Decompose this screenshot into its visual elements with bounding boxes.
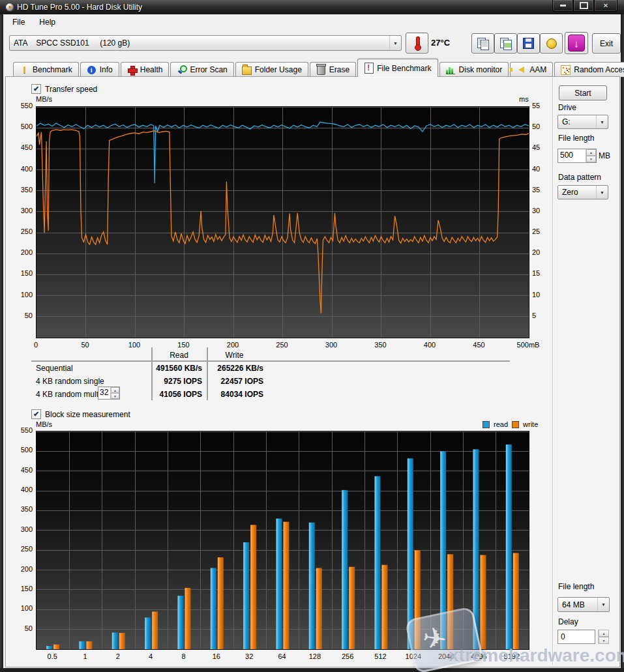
sequential-write-value: 265226 KB/s	[210, 364, 263, 373]
exit-button[interactable]: Exit	[592, 33, 621, 53]
chart1-y2-axis-label: ms	[519, 95, 529, 103]
copy-text-icon	[477, 38, 489, 50]
axis-tick-label: 100	[13, 291, 33, 299]
spin-down-icon[interactable]: ▼	[111, 393, 119, 399]
axis-tick-label: 64	[278, 652, 286, 660]
window-controls: ✕	[552, 0, 617, 12]
start-button[interactable]: Start	[559, 85, 607, 100]
axis-tick-label: 450	[473, 341, 484, 349]
file-length-spinbox[interactable]: 500 ▲▼	[557, 149, 597, 163]
chevron-down-icon[interactable]: ▼	[596, 186, 608, 199]
spin-up-icon[interactable]: ▲	[111, 387, 119, 393]
exit-button-label: Exit	[600, 39, 613, 48]
file-length-spinner: ▲▼	[586, 149, 596, 162]
minimize-icon	[560, 5, 566, 7]
axis-tick-label: 45	[532, 143, 540, 151]
close-icon: ✕	[603, 2, 608, 9]
tab-erase[interactable]: Erase	[310, 62, 356, 77]
tab-file-benchmark[interactable]: File Benchmark	[357, 59, 438, 77]
axis-tick-label: 450	[13, 143, 33, 151]
chevron-down-icon[interactable]: ▼	[597, 598, 609, 611]
window-border-right	[621, 14, 624, 672]
axis-tick-label: 200	[227, 341, 239, 349]
legend-write-label: write	[523, 420, 538, 428]
drive-combobox[interactable]: G: ▼	[557, 115, 608, 129]
app-icon	[5, 3, 14, 12]
download-button[interactable]: ↓	[565, 32, 588, 54]
results-column-divider	[207, 347, 208, 400]
random-multi-read-value: 41056 IOPS	[150, 390, 202, 399]
temperature-value: 27°C	[431, 38, 450, 48]
tab-error-scan[interactable]: Error Scan	[170, 62, 233, 77]
results-row-label: 4 KB random single	[36, 377, 104, 386]
spin-up-icon[interactable]: ▲	[599, 630, 609, 637]
tab-info[interactable]: iInfo	[80, 62, 119, 77]
block-size-checkbox[interactable]: ✔	[31, 409, 41, 419]
chevron-down-icon[interactable]: ▼	[389, 36, 401, 50]
tab-aam[interactable]: AAM	[510, 62, 553, 77]
axis-tick-label: 30	[532, 207, 540, 214]
axis-tick-label: 55	[532, 102, 540, 110]
axis-tick-label: 40	[532, 165, 540, 173]
axis-tick-label: 250	[13, 545, 33, 553]
queue-depth-spinner: ▲▼	[110, 387, 119, 399]
axis-tick-label: 8	[181, 652, 185, 660]
data-pattern-combobox[interactable]: Zero ▼	[557, 185, 608, 199]
copy-text-button[interactable]	[471, 33, 494, 53]
app-window: HD Tune Pro 5.00 - Hard Disk Utility ✕ F…	[0, 0, 624, 672]
random-single-read-value: 9275 IOPS	[150, 377, 202, 386]
chevron-down-icon[interactable]: ▼	[596, 115, 608, 128]
menu-file[interactable]: File	[7, 16, 30, 28]
options-button[interactable]	[540, 33, 563, 53]
results-header-divider	[31, 360, 510, 362]
spin-down-icon[interactable]: ▼	[599, 637, 609, 644]
axis-tick-label: 300	[13, 525, 33, 533]
transfer-speed-checkbox[interactable]: ✔	[31, 84, 41, 94]
axis-tick-label: 4	[149, 652, 153, 660]
axis-tick-label: 200	[13, 565, 33, 573]
axis-tick-label: 25	[532, 227, 540, 235]
delay-input[interactable]: 0	[557, 630, 595, 644]
disk-monitor-icon	[446, 65, 456, 75]
chart2-y-axis-label: MB/s	[36, 420, 52, 428]
temperature-button[interactable]	[406, 33, 428, 53]
axis-tick-label: 0	[34, 341, 38, 349]
trash-icon	[316, 65, 326, 75]
copy-image-button[interactable]	[494, 33, 517, 53]
spin-up-icon[interactable]: ▲	[586, 149, 596, 156]
axis-tick-label: 500	[13, 446, 33, 454]
axis-tick-label: 150	[13, 585, 33, 592]
axis-tick-label: 15	[532, 269, 540, 277]
spin-down-icon[interactable]: ▼	[586, 156, 596, 162]
tab-random-access[interactable]: Random Access	[554, 62, 624, 77]
copy-image-icon	[500, 38, 512, 50]
minimize-button[interactable]	[552, 0, 573, 12]
axis-tick-label: 400	[424, 341, 436, 349]
tab-folder-usage[interactable]: Folder Usage	[235, 62, 308, 77]
file-length2-combobox[interactable]: 64 MB ▼	[557, 597, 610, 612]
maximize-button[interactable]	[573, 0, 594, 12]
menu-help[interactable]: Help	[34, 16, 61, 28]
axis-tick-label: 128	[309, 652, 321, 660]
axis-tick-label: 100	[13, 604, 33, 612]
drive-select-combobox[interactable]: ATA SPCC SSD101 (120 gB) ▼	[9, 35, 402, 51]
axis-tick-label: 500	[13, 123, 33, 130]
error-scan-icon	[177, 65, 186, 75]
delay-value: 0	[561, 632, 565, 641]
tab-benchmark[interactable]: !Benchmark	[13, 62, 79, 77]
axis-tick-label: 300	[325, 341, 337, 349]
tab-disk-monitor[interactable]: Disk monitor	[439, 62, 509, 77]
delay-spinner: ▲ ▼	[598, 630, 609, 644]
random-multi-write-value: 84034 IOPS	[210, 390, 263, 399]
save-button[interactable]	[517, 33, 540, 53]
axis-tick-label: 250	[276, 341, 288, 349]
axis-tick-label: 350	[374, 341, 386, 349]
close-button[interactable]: ✕	[594, 0, 617, 12]
axis-tick-label: 16	[213, 652, 220, 660]
queue-depth-spinbox[interactable]: 32 ▲▼	[98, 387, 120, 400]
legend-read-swatch	[483, 421, 490, 428]
results-header-read: Read	[151, 351, 207, 360]
tab-health[interactable]: Health	[121, 62, 170, 77]
file-length2-value: 64 MB	[558, 600, 597, 609]
axis-tick-label: 150	[177, 341, 189, 349]
